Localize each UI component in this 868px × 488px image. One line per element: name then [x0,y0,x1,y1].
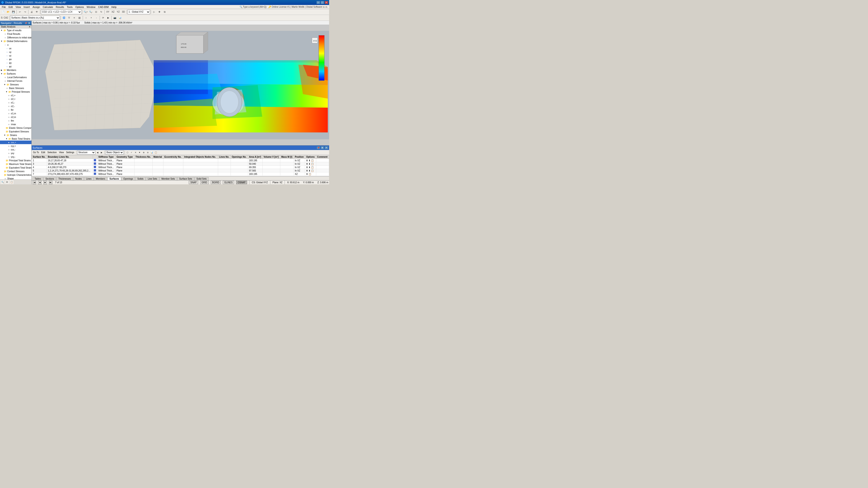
btab-openings[interactable]: Openings [121,177,135,180]
tb-open[interactable]: 📂 [6,9,11,14]
tree-phix[interactable]: ○ φx [0,57,31,61]
results-tb-icon4[interactable]: ⊕ [142,151,146,154]
tree-u[interactable]: ○ u [0,43,31,46]
tree-s2p[interactable]: ○σ2,+ [0,97,31,101]
btab-lines[interactable]: Lines [84,177,94,180]
minimize-button[interactable]: ─ [316,1,320,4]
results-goto[interactable]: Go To [32,151,40,154]
tree-shape[interactable]: ○Shape [0,177,31,180]
nav-pin[interactable]: 📌 [25,22,27,24]
tree-exx-p[interactable]: ● εxx,+ [0,140,31,144]
nav-btn2[interactable]: ⚙ [5,180,9,184]
btab-solid-sets[interactable]: Solid Sets [194,177,209,180]
tb-redo[interactable]: ↪ [23,9,28,14]
tree-s1m2[interactable]: ○σ1,m [0,111,31,115]
results-pin[interactable]: 📌 [316,146,320,149]
tree-contact-stresses[interactable]: 📁Contact Stresses [0,169,31,173]
btab-tables[interactable]: Tables [33,177,43,180]
page-last[interactable]: ▶| [49,181,53,184]
results-settings[interactable]: Settings [65,151,75,154]
nav-close-icon[interactable]: ✕ [29,26,31,28]
tb-print-preview[interactable]: 👁 [34,9,39,14]
tb-view-xy[interactable]: XY [105,9,110,14]
tb-show-values[interactable]: V [67,15,72,20]
nav-close-btn[interactable]: ✕ [28,22,31,24]
tree-thetam[interactable]: ○θm [0,119,31,123]
results-tb-filter[interactable]: ▼ [138,151,142,154]
tb-screenshot[interactable]: 📷 [112,15,117,20]
table-row[interactable]: 5 1,2,14,271,70-65,28-31,66,69,262,265,2… [32,169,329,172]
menu-assign[interactable]: Assign [31,5,41,8]
nav-btn1[interactable]: 🔍 [0,180,4,184]
menu-cad-bim[interactable]: CAD-BIM [97,5,110,8]
tree-s1p[interactable]: ○σ1,+ [0,94,31,97]
tree-equiv-total[interactable]: 📁Equivalent Total Strains [0,166,31,169]
tree-elastic-stress[interactable]: 📁Elastic Stress Components [0,126,31,130]
tb-toggle-deform[interactable]: 🌀 [61,15,66,20]
close-button[interactable]: ✕ [324,1,328,4]
tree-max-total[interactable]: 📁Maximum Total Strains [0,162,31,166]
tb-new[interactable]: 📄 [0,9,5,14]
menu-options[interactable]: Options [74,5,85,8]
btn-osnap[interactable]: OSNAP [236,181,247,184]
tree-uy[interactable]: ○ uy [0,50,31,54]
basic-objects-combo[interactable]: Basic Objects [105,151,124,155]
results-tb-icon1[interactable]: ⬡ [126,151,129,154]
btn-glines[interactable]: GLINES [223,181,234,184]
tb-view-3d[interactable]: 3D [121,9,126,14]
menu-edit[interactable]: Edit [7,5,14,8]
load-case-combo[interactable]: CO2: LC1 + LC2 + LC3 + LC4 [41,10,82,14]
btab-surfaces[interactable]: Surfaces [107,177,121,180]
tb-isolines[interactable]: ≡ [72,15,77,20]
results-tb-icon7[interactable]: 📋 [154,151,158,154]
btab-sections[interactable]: Sections [43,177,56,180]
btn-snap[interactable]: SNAP [189,181,198,184]
tb-undo[interactable]: ↩ [18,9,22,14]
tree-taumax[interactable]: ○τmax [0,123,31,126]
results-view[interactable]: View [58,151,65,154]
tree-basic-total-strains[interactable]: ▼ 📁 Basic Total Strains [0,137,31,140]
tree-s2m[interactable]: ○σ2,- [0,104,31,108]
tb-view-xz[interactable]: XZ [111,9,116,14]
table-row[interactable]: 4 4-9,268,37-58,270 Without Thick... Pla… [32,166,329,169]
menu-tools[interactable]: Tools [65,5,74,8]
menu-results[interactable]: Results [55,5,66,8]
maximize-button[interactable]: □ [320,1,324,4]
tree-eyy-p[interactable]: ○εyy,+ [0,144,31,148]
tb-reset[interactable]: ⟳ [101,15,105,20]
tree-strains[interactable]: ▼ 📁 Strains [0,133,31,137]
results-tb-prev[interactable]: ◀ [96,151,99,154]
nav-btn3[interactable]: 📋 [9,180,13,184]
results-selection[interactable]: Selection [46,151,58,154]
tb-print[interactable]: 🖨 [29,9,34,14]
menu-window[interactable]: Window [85,5,97,8]
structure-type-combo[interactable]: Structure [77,151,95,155]
tree-exx-m[interactable]: ○εxx,- [0,148,31,151]
btn-bgrid[interactable]: BGRID [211,181,221,184]
btab-thicknesses[interactable]: Thicknesses [56,177,73,180]
btab-member-sets[interactable]: Member Sets [159,177,177,180]
tb-anim[interactable]: ▶ [106,15,111,20]
menu-view[interactable]: View [14,5,22,8]
tree-equiv-stress[interactable]: 📁Equivalent Stresses [0,130,31,133]
results-tb-icon2[interactable]: ✓ [130,151,133,154]
results-expand[interactable]: ⬆ [320,146,324,149]
results-tb-icon3[interactable]: ✕ [134,151,137,154]
tree-type-of-results[interactable]: ▼ 📁 Type of results [0,29,31,32]
tb-zoom-out[interactable]: 🔍- [88,9,93,14]
tb-view-yz[interactable]: YZ [116,9,121,14]
results-close[interactable]: ✕ [324,146,328,149]
menu-help[interactable]: Help [110,5,118,8]
btab-nodes[interactable]: Nodes [73,177,84,180]
btab-members[interactable]: Members [94,177,107,180]
tb-fit[interactable]: ⊡ [94,9,98,14]
tree-phiz[interactable]: ○ φz [0,65,31,68]
tree-gxy[interactable]: ○γxy [0,151,31,155]
tree-members[interactable]: ▶ 📁 Members [0,68,31,72]
tree-final-results[interactable]: ○ Final Results [0,32,31,36]
tree-basic-stresses[interactable]: ○ Basic Stresses [0,86,31,90]
results-tb-icon5[interactable]: ⊖ [146,151,150,154]
tree-stresses[interactable]: ▼ 📁 Stresses [0,83,31,86]
tb-diag-pos[interactable]: + [89,15,94,20]
page-first[interactable]: |◀ [33,181,36,184]
